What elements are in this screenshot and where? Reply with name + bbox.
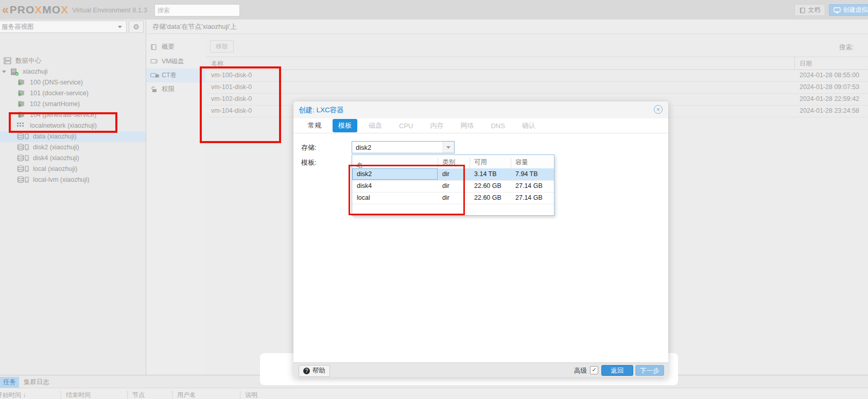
monitor-icon bbox=[834, 7, 841, 13]
tree-item-storage-disk2[interactable]: disk2 (xiaozhuji) bbox=[0, 142, 146, 153]
picker-header: 名称 ↑ 类别 可用 容量 bbox=[352, 155, 554, 169]
picker-column-type[interactable]: 类别 bbox=[442, 158, 455, 167]
book-icon bbox=[800, 7, 806, 13]
tab-dns[interactable]: DNS bbox=[485, 120, 510, 132]
tab-template[interactable]: 模板 bbox=[333, 119, 357, 132]
nav-item-label: 权限 bbox=[162, 82, 175, 96]
storage-type: dir bbox=[442, 170, 449, 178]
column-divider bbox=[61, 391, 61, 399]
tree-item-label: data (xiaozhuji) bbox=[33, 131, 77, 142]
tree-item-vm-104[interactable]: 104 (penetrate-service) bbox=[0, 110, 146, 120]
nav-item-permissions[interactable]: 权限 bbox=[146, 82, 205, 96]
nav-item-summary[interactable]: 概要 bbox=[146, 40, 205, 54]
tab-general[interactable]: 常规 bbox=[302, 119, 327, 132]
tab-memory[interactable]: 内存 bbox=[424, 119, 449, 132]
storage-name: disk2 bbox=[357, 170, 372, 178]
tab-disks[interactable]: 磁盘 bbox=[363, 119, 388, 132]
tree-item-datacenter[interactable]: 数据中心 bbox=[0, 56, 146, 66]
tree-item-storage-local[interactable]: local (xiaozhuji) bbox=[0, 164, 146, 175]
documentation-button[interactable]: 文档 bbox=[794, 4, 825, 16]
close-icon[interactable]: × bbox=[654, 105, 663, 114]
picker-column-capacity[interactable]: 容量 bbox=[515, 158, 528, 167]
tab-tasks[interactable]: 任务 bbox=[0, 377, 19, 388]
tab-confirm[interactable]: 确认 bbox=[516, 119, 541, 132]
tree-item-label: xiaozhuji bbox=[23, 66, 48, 77]
tree-item-vm-100[interactable]: 100 (DNS-service) bbox=[0, 77, 146, 88]
create-vm-button-label: 创建虚拟机 bbox=[843, 6, 868, 14]
picker-row-disk2[interactable]: disk2 dir 3.14 TB 7.94 TB bbox=[352, 168, 554, 181]
picker-column-avail[interactable]: 可用 bbox=[474, 158, 487, 167]
column-header-name[interactable]: 名称 bbox=[211, 59, 223, 68]
tree-item-storage-data[interactable]: data (xiaozhuji) bbox=[0, 131, 146, 142]
picker-row-local[interactable]: local dir 22.60 GB 27.14 GB bbox=[352, 192, 554, 204]
dialog-header[interactable]: 创建: LXC容器 × bbox=[293, 101, 668, 118]
dialog-tab-bar: 常规 模板 磁盘 CPU 内存 网络 DNS 确认 bbox=[293, 118, 668, 133]
storage-capacity: 27.14 GB bbox=[515, 182, 543, 189]
column-divider bbox=[172, 391, 172, 399]
dialog-footer: ? 帮助 高级 ✓ 返回 下一步 bbox=[293, 362, 668, 377]
vm-running-icon bbox=[17, 111, 25, 118]
volume-date: 2024-01-28 23:24:58 bbox=[800, 107, 859, 114]
storage-picker-dropdown: 名称 ↑ 类别 可用 容量 disk2 dir 3.14 TB 7.94 TB … bbox=[352, 154, 554, 216]
tree-item-vm-102[interactable]: 102 (smartHome) bbox=[0, 99, 146, 110]
tab-cluster-log[interactable]: 集群日志 bbox=[21, 377, 53, 388]
vm-running-icon bbox=[17, 100, 25, 108]
storage-icon bbox=[17, 154, 29, 162]
task-grid-header: 开始时间 ↓ 结束时间 节点 用户名 说明 bbox=[0, 388, 868, 399]
tab-network[interactable]: 网络 bbox=[455, 119, 479, 132]
advanced-checkbox[interactable]: ✓ bbox=[590, 366, 598, 374]
column-header-date[interactable]: 日期 bbox=[800, 59, 812, 68]
nav-item-label: 概要 bbox=[162, 40, 175, 54]
column-header-description[interactable]: 说明 bbox=[245, 391, 257, 399]
storage-capacity: 7.94 TB bbox=[515, 170, 538, 178]
tab-cpu[interactable]: CPU bbox=[393, 120, 419, 132]
volume-row[interactable]: vm-100-disk-0 2024-01-28 08:55:00 bbox=[206, 70, 868, 82]
column-divider bbox=[127, 391, 128, 399]
expander-icon[interactable] bbox=[2, 71, 6, 73]
combobox-trigger[interactable] bbox=[443, 142, 454, 153]
storage-icon bbox=[17, 165, 29, 172]
grid-header: 名称 日期 bbox=[206, 57, 868, 70]
help-icon: ? bbox=[303, 368, 310, 374]
product-version: Virtual Environment 8.1.3 bbox=[72, 6, 147, 14]
column-header-end-time[interactable]: 结束时间 bbox=[66, 391, 91, 399]
tree-item-storage-disk4[interactable]: disk4 (xiaozhuji) bbox=[0, 153, 146, 164]
sort-asc-icon: ↑ bbox=[357, 161, 360, 168]
storage-type: dir bbox=[442, 182, 449, 189]
volume-name: vm-101-disk-0 bbox=[211, 83, 252, 91]
tree-item-node-xiaozhuji[interactable]: xiaozhuji bbox=[0, 66, 146, 77]
tree-item-label: 102 (smartHome) bbox=[30, 99, 80, 110]
node-icon bbox=[10, 68, 19, 76]
proxmox-logo: «PROXMOX Virtual Environment 8.1.3 bbox=[2, 3, 147, 17]
view-selector-dropdown[interactable]: 服务器视图 bbox=[0, 21, 127, 33]
nav-item-vm-disks[interactable]: VM磁盘 bbox=[146, 55, 205, 68]
tree-item-storage-local-lvm[interactable]: local-lvm (xiaozhuji) bbox=[0, 175, 146, 185]
logo-bracket-icon: « bbox=[2, 3, 9, 17]
nav-item-ct-volumes[interactable]: CT卷 bbox=[146, 68, 205, 82]
content-title-text: 存储'data'在节点'xiaozhuji'上 bbox=[152, 23, 237, 30]
vm-running-icon bbox=[17, 90, 25, 97]
tree-item-vm-101[interactable]: 101 (docker-service) bbox=[0, 88, 146, 99]
sidebar-settings-button[interactable]: ⚙ bbox=[129, 21, 144, 33]
advanced-label: 高级 bbox=[574, 367, 587, 375]
remove-button[interactable]: 移除 bbox=[210, 40, 234, 53]
next-button[interactable]: 下一步 bbox=[635, 365, 664, 376]
storage-combobox[interactable]: disk2 bbox=[352, 141, 455, 153]
tree-item-label: localnetwork (xiaozhuji) bbox=[30, 120, 97, 131]
volume-name: vm-102-disk-0 bbox=[211, 95, 252, 102]
nav-item-label: VM磁盘 bbox=[162, 55, 184, 68]
column-header-username[interactable]: 用户名 bbox=[177, 391, 196, 399]
column-header-start-time[interactable]: 开始时间 ↓ bbox=[0, 391, 26, 399]
help-button[interactable]: ? 帮助 bbox=[299, 365, 330, 377]
create-vm-button[interactable]: 创建虚拟机 bbox=[829, 4, 868, 16]
storage-capacity: 27.14 GB bbox=[515, 194, 543, 201]
volume-row[interactable]: vm-101-disk-0 2024-01-28 09:07:53 bbox=[206, 81, 868, 94]
chevron-down-icon bbox=[118, 26, 122, 28]
tree-item-localnetwork[interactable]: localnetwork (xiaozhuji) bbox=[0, 120, 146, 131]
back-button[interactable]: 返回 bbox=[601, 365, 633, 376]
picker-row-disk4[interactable]: disk4 dir 22.60 GB 27.14 GB bbox=[352, 180, 554, 193]
column-header-node[interactable]: 节点 bbox=[132, 391, 145, 399]
storage-field-label: 存储: bbox=[301, 143, 317, 152]
global-search-input[interactable] bbox=[154, 4, 240, 16]
network-icon bbox=[17, 122, 24, 129]
